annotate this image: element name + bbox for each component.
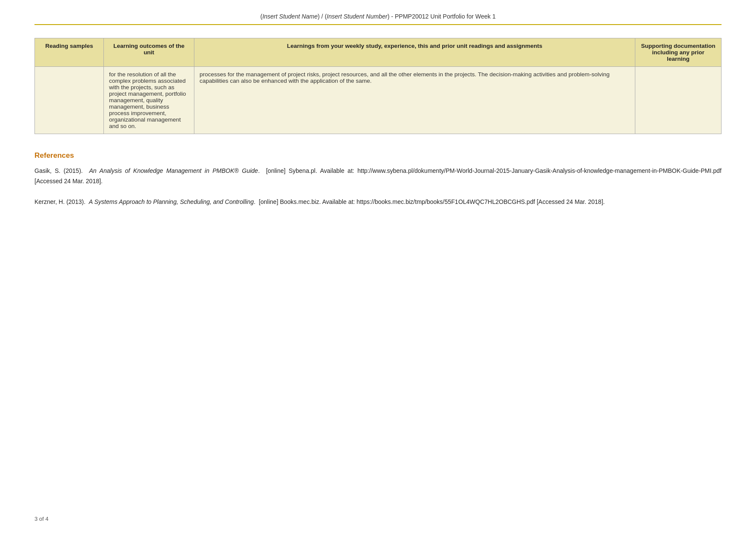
col-header-learnings: Learnings from your weekly study, experi… [194, 38, 635, 67]
references-title: References [34, 151, 722, 160]
references-section: References Gasik, S. (2015). An Analysis… [34, 151, 722, 207]
reference-entry-1: Gasik, S. (2015). An Analysis of Knowled… [34, 166, 722, 187]
page: (Insert Student Name) / (Insert Student … [0, 0, 756, 535]
cell-learning-outcomes: for the resolution of all the complex pr… [104, 67, 194, 134]
col-header-reading-samples: Reading samples [35, 38, 104, 67]
cell-supporting [635, 67, 722, 134]
page-footer: 3 of 4 [34, 516, 49, 522]
main-table: Reading samples Learning outcomes of the… [34, 38, 722, 134]
ref2-source: [online] Books.mec.biz. Available at: ht… [259, 198, 605, 205]
col-header-learning-outcomes: Learning outcomes of the unit [104, 38, 194, 67]
page-header: (Insert Student Name) / (Insert Student … [34, 13, 722, 25]
cell-reading-samples [35, 67, 104, 134]
ref1-author: Gasik, S. (2015). [34, 167, 83, 174]
student-name-placeholder: Insert Student Name [262, 13, 318, 20]
ref2-title: A Systems Approach to Planning, Scheduli… [89, 198, 254, 205]
ref1-title: An Analysis of Knowledge Management in P… [89, 167, 258, 174]
table-header-row: Reading samples Learning outcomes of the… [35, 38, 722, 67]
reference-entry-2: Kerzner, H. (2013). A Systems Approach t… [34, 197, 722, 207]
header-separator: / [322, 13, 325, 20]
student-number-placeholder: Insert Student Number [327, 13, 387, 20]
header-suffix: - PPMP20012 Unit Portfolio for Week 1 [391, 13, 496, 20]
col-header-supporting: Supporting documentation including any p… [635, 38, 722, 67]
table-row: for the resolution of all the complex pr… [35, 67, 722, 134]
page-number: 3 of 4 [34, 516, 49, 522]
cell-learnings: processes for the management of project … [194, 67, 635, 134]
ref2-author: Kerzner, H. (2013). [34, 198, 85, 205]
